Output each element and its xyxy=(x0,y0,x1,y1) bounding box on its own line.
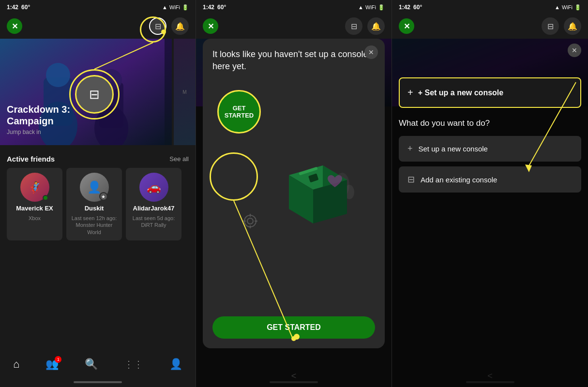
option-remote-icon: ⊟ xyxy=(407,174,415,185)
console-illustration-svg xyxy=(226,146,362,243)
friend-name-2: Duskit xyxy=(85,205,104,212)
center-remote-play-icon[interactable]: ⊟ xyxy=(75,75,114,114)
status-bar-1: 1:42 60° ▲ WiFi 🔋 xyxy=(0,0,196,14)
top-nav-2: ✕ ⊟ 🔔 xyxy=(196,14,392,39)
signal-icon-3: ▲ xyxy=(555,4,560,10)
nav-home[interactable]: ⌂ xyxy=(13,358,19,371)
wifi-icon-3: WiFi xyxy=(562,4,573,10)
home-indicator-1 xyxy=(74,381,122,383)
temp-2: 60° xyxy=(217,4,226,11)
option-existing-console-label: Add an existing console xyxy=(421,176,497,184)
setup-question: What do you want to do? xyxy=(399,119,581,128)
friend-card-3[interactable]: 🚗 AlidarJarok47 Last seen 5d ago: DiRT R… xyxy=(126,168,181,240)
top-nav-1: ✕ ⊟ 🔔 xyxy=(0,14,196,39)
friend-avatar-icon-1: 🦸 xyxy=(28,180,42,194)
friend-status-1: Xbox xyxy=(29,215,41,222)
wifi-icon-1: WiFi xyxy=(169,4,180,10)
friend-avatar-1: 🦸 xyxy=(20,173,49,202)
time-2: 1:42 xyxy=(203,4,214,11)
top-nav-3: ✕ ⊟ 🔔 xyxy=(392,14,588,39)
nav-search[interactable]: 🔍 xyxy=(85,358,98,371)
battery-icon-3: 🔋 xyxy=(574,4,581,11)
option-new-console-label: Set up a new console xyxy=(419,145,488,153)
svg-point-17 xyxy=(247,218,253,224)
nav-icons-2: ⊟ 🔔 xyxy=(345,17,385,35)
friend-avatar-icon-3: 🚗 xyxy=(147,180,161,194)
library-icon: ⋮⋮ xyxy=(124,358,143,370)
friend-card-1[interactable]: 🦸 Maverick EX Xbox xyxy=(7,168,62,240)
friends-badge: 1 xyxy=(55,356,61,363)
status-icons-2: ▲ WiFi 🔋 xyxy=(358,4,385,11)
setup-options-container: What do you want to do? + Set up a new c… xyxy=(399,119,581,193)
status-icons-3: ▲ WiFi 🔋 xyxy=(555,4,581,11)
remote-play-icon: ⊟ xyxy=(155,22,161,31)
star-badge-2: ★ xyxy=(99,192,108,201)
friends-section: Active friends See all 🦸 Maverick EX Xbo… xyxy=(0,149,196,240)
notifications-button[interactable]: 🔔 xyxy=(171,17,189,35)
xbox-logo-1[interactable]: ✕ xyxy=(7,18,22,34)
nav-library[interactable]: ⋮⋮ xyxy=(124,358,143,370)
status-icons-1: ▲ WiFi 🔋 xyxy=(162,4,189,11)
status-time-1: 1:42 60° xyxy=(7,4,30,11)
option-new-console[interactable]: + Set up a new console xyxy=(399,136,581,162)
profile-icon: 👤 xyxy=(169,358,182,371)
temp-1: 60° xyxy=(21,4,30,11)
signal-icon-1: ▲ xyxy=(162,4,167,10)
hero-cta: Jump back in xyxy=(7,129,70,135)
remote-play-button-3[interactable]: ⊟ xyxy=(542,17,559,35)
panel3-close-button[interactable]: ✕ xyxy=(568,44,581,57)
home-icon: ⌂ xyxy=(13,358,19,371)
xbox-logo-2[interactable]: ✕ xyxy=(203,18,218,34)
panel-2: 1:42 60° ▲ WiFi 🔋 ✕ ⊟ 🔔 ✕ It looks like … xyxy=(196,0,392,387)
remote-play-button-2[interactable]: ⊟ xyxy=(345,17,362,35)
remote-play-icon-3: ⊟ xyxy=(547,22,554,31)
notifications-button-2[interactable]: 🔔 xyxy=(367,17,385,35)
xbox-logo-3[interactable]: ✕ xyxy=(399,18,414,34)
see-all-link[interactable]: See all xyxy=(169,155,189,163)
nav-friends[interactable]: 👥 1 xyxy=(45,358,59,371)
option-existing-console[interactable]: ⊟ Add an existing console xyxy=(399,166,581,193)
time-1: 1:42 xyxy=(7,4,18,11)
dialog-illustration: GET STARTED xyxy=(212,80,375,309)
get-started-btn-label: GET STARTED xyxy=(267,323,321,331)
friend-status-2: Last seen 12h ago: Monster Hunter World xyxy=(71,215,117,236)
nav-icons-1: ⊟ 🔔 xyxy=(149,17,189,35)
friend-avatar-3: 🚗 xyxy=(139,173,168,202)
nav-profile[interactable]: 👤 xyxy=(169,358,182,371)
friend-avatar-2: 👤 ★ xyxy=(80,173,109,202)
status-time-3: 1:42 60° xyxy=(399,4,422,11)
status-bar-3: 1:42 60° ▲ WiFi 🔋 xyxy=(392,0,588,14)
battery-icon-2: 🔋 xyxy=(378,4,385,11)
time-3: 1:42 xyxy=(399,4,410,11)
center-icon-container[interactable]: ⊟ xyxy=(75,75,114,114)
hero-secondary: M xyxy=(174,39,196,145)
svg-point-16 xyxy=(244,215,256,227)
friend-card-2[interactable]: 👤 ★ Duskit Last seen 12h ago: Monster Hu… xyxy=(66,168,122,240)
hero-subtitle: Campaign xyxy=(7,115,70,127)
dialog-message: It looks like you haven't set up a conso… xyxy=(212,48,375,73)
bell-icon-2: 🔔 xyxy=(371,22,381,31)
get-started-circle[interactable]: GET STARTED xyxy=(217,90,261,134)
hero-title: Crackdown 3: xyxy=(7,104,70,115)
set-up-new-console-highlighted[interactable]: + + Set up a new console xyxy=(399,77,581,108)
hero-secondary-bg: M xyxy=(174,39,196,145)
status-bar-2: 1:42 60° ▲ WiFi 🔋 xyxy=(196,0,392,14)
friends-title: Active friends xyxy=(7,155,55,163)
battery-icon-1: 🔋 xyxy=(182,4,189,11)
online-dot-1 xyxy=(43,195,48,201)
friends-header: Active friends See all xyxy=(7,155,189,163)
notifications-button-3[interactable]: 🔔 xyxy=(564,17,581,35)
hero-text-1: Crackdown 3: Campaign Jump back in xyxy=(7,104,70,135)
dialog-close-button[interactable]: ✕ xyxy=(364,45,378,59)
wifi-icon-2: WiFi xyxy=(365,4,376,10)
remote-play-button[interactable]: ⊟ xyxy=(149,17,166,35)
plus-icon-highlighted: + xyxy=(407,87,413,98)
bell-icon: 🔔 xyxy=(175,22,185,31)
nav-icons-3: ⊟ 🔔 xyxy=(542,17,581,35)
get-started-circle-label: GET STARTED xyxy=(219,104,259,119)
friends-row: 🦸 Maverick EX Xbox 👤 ★ Duskit Last seen … xyxy=(7,168,189,240)
friend-avatar-icon-2: 👤 xyxy=(87,180,102,194)
get-started-btn-dot xyxy=(291,336,296,341)
get-started-btn-container: GET STARTED xyxy=(212,316,375,339)
get-started-button[interactable]: GET STARTED xyxy=(212,316,375,339)
